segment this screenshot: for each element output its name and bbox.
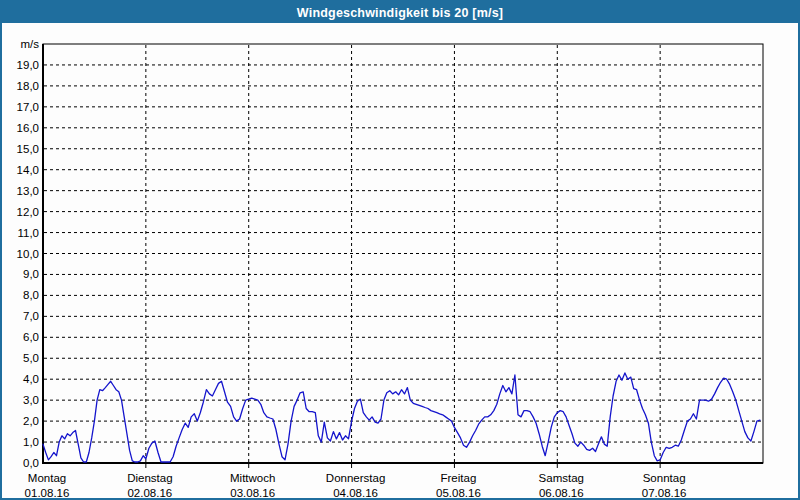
- y-tick-label: 19,0: [17, 59, 39, 71]
- y-tick-label: 18,0: [17, 80, 39, 92]
- y-tick-label: 3,0: [23, 394, 39, 406]
- y-tick-label: 6,0: [23, 331, 39, 343]
- x-date-label: 04.08.16: [333, 487, 378, 498]
- x-date-label: 07.08.16: [642, 487, 687, 498]
- y-tick-label: 12,0: [17, 206, 39, 218]
- x-day-label: Mittwoch: [230, 472, 275, 484]
- y-tick-label: 2,0: [23, 415, 39, 427]
- y-tick-label: 4,0: [23, 373, 39, 385]
- x-date-label: 01.08.16: [25, 487, 70, 498]
- x-day-label: Donnerstag: [326, 472, 385, 484]
- title-bar: Windgeschwindigkeit bis 20 [m/s]: [2, 2, 798, 23]
- x-day-label: Montag: [28, 472, 66, 484]
- plot-border: [43, 44, 763, 463]
- y-tick-label: 0,0: [23, 457, 39, 469]
- y-tick-label: 1,0: [23, 436, 39, 448]
- y-tick-label: 7,0: [23, 310, 39, 322]
- x-date-label: 06.08.16: [539, 487, 584, 498]
- y-tick-label: 11,0: [17, 227, 39, 239]
- x-day-label: Samstag: [539, 472, 584, 484]
- x-date-label: 02.08.16: [127, 487, 172, 498]
- y-tick-label: 14,0: [17, 164, 39, 176]
- y-tick-label: 17,0: [17, 101, 39, 113]
- x-date-label: 05.08.16: [436, 487, 481, 498]
- y-tick-label: 15,0: [17, 143, 39, 155]
- x-day-label: Sonntag: [643, 472, 686, 484]
- chart-window: Windgeschwindigkeit bis 20 [m/s] m/s19,0…: [0, 0, 800, 500]
- y-tick-label: 5,0: [23, 352, 39, 364]
- y-tick-label: 13,0: [17, 185, 39, 197]
- y-tick-label: 16,0: [17, 122, 39, 134]
- wind-speed-chart: m/s19,018,017,016,015,014,013,012,011,01…: [2, 23, 798, 498]
- y-tick-label: 10,0: [17, 248, 39, 260]
- chart-title: Windgeschwindigkeit bis 20 [m/s]: [297, 6, 503, 20]
- x-day-label: Freitag: [441, 472, 477, 484]
- chart-region: m/s19,018,017,016,015,014,013,012,011,01…: [2, 23, 798, 498]
- x-day-label: Dienstag: [127, 472, 172, 484]
- x-date-label: 03.08.16: [230, 487, 275, 498]
- y-tick-label: 9,0: [23, 268, 39, 280]
- y-tick-label: 8,0: [23, 289, 39, 301]
- y-axis-unit-label: m/s: [20, 38, 39, 50]
